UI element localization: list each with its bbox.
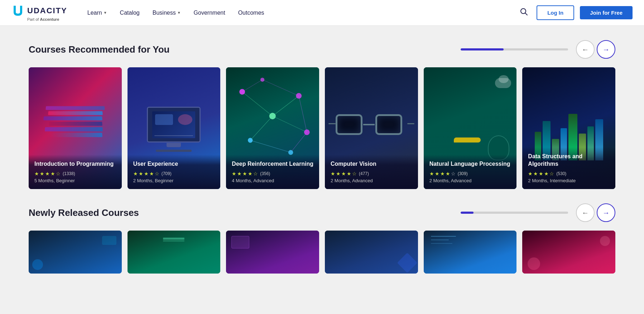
nav-government[interactable]: Government: [188, 7, 231, 19]
logo-subtitle: Part of Accenture: [27, 17, 67, 21]
svg-line-1: [525, 13, 527, 15]
star-1: ★: [34, 171, 39, 177]
glasses-visual: [336, 114, 407, 135]
star-2: ★: [40, 171, 44, 177]
new-carousel-prev-button[interactable]: ←: [576, 203, 595, 222]
nav-business[interactable]: Business ▼: [147, 7, 187, 19]
card-title: Natural Language Processing: [429, 160, 511, 168]
course-card-nlp[interactable]: Natural Language Processing ★ ★ ★ ★ ☆ (3…: [424, 67, 517, 189]
rating-count: (1338): [63, 171, 75, 176]
udacity-logo-icon: [11, 4, 24, 17]
course-card-computer-vision[interactable]: Computer Vision ★ ★ ★ ★ ☆ (477) 2 Months…: [325, 67, 418, 189]
card-overlay: Natural Language Processing ★ ★ ★ ★ ☆ (3…: [424, 155, 517, 189]
card-overlay: Computer Vision ★ ★ ★ ★ ☆ (477) 2 Months…: [325, 155, 418, 189]
course-card-intro-programming[interactable]: Introduction to Programming ★ ★ ★ ★ ☆ (1…: [29, 67, 122, 189]
svg-line-4: [299, 96, 307, 132]
carousel-prev-button[interactable]: ←: [576, 40, 595, 59]
star-3: ★: [45, 171, 50, 177]
nav-learn[interactable]: Learn ▼: [82, 7, 113, 19]
svg-line-8: [273, 116, 307, 132]
main-content: Courses Recommended for You ← →: [0, 26, 644, 302]
card-overlay: Introduction to Programming ★ ★ ★ ★ ☆ (1…: [29, 155, 122, 189]
card-stars: ★ ★ ★ ★ ☆ (356): [232, 171, 313, 177]
svg-point-14: [288, 150, 293, 155]
course-card-ux[interactable]: User Experience ★ ★ ★ ★ ☆ (709) 2 Months…: [128, 67, 221, 189]
programming-layers-visual: [43, 106, 107, 137]
svg-line-17: [263, 80, 299, 96]
star-4: ★: [51, 171, 55, 177]
svg-line-3: [273, 96, 299, 116]
svg-point-12: [248, 138, 253, 143]
card-title: Computer Vision: [331, 160, 412, 168]
new-course-card-4[interactable]: [325, 231, 418, 274]
new-carousel-next-button[interactable]: →: [597, 203, 615, 222]
newly-released-section: Newly Released Courses ← →: [29, 203, 615, 274]
recommended-title: Courses Recommended for You: [29, 44, 461, 55]
card-title: User Experience: [133, 160, 215, 168]
newly-released-header: Newly Released Courses ← →: [29, 203, 615, 222]
recommended-progress: [461, 48, 568, 50]
card-stars: ★ ★ ★ ★ ☆ (530): [528, 171, 610, 177]
card-title: Deep Reinforcement Learning: [232, 160, 313, 168]
star-half: ☆: [56, 171, 61, 177]
courses-grid: Introduction to Programming ★ ★ ★ ★ ☆ (1…: [29, 67, 615, 189]
card-overlay: User Experience ★ ★ ★ ★ ☆ (709) 2 Months…: [128, 155, 221, 189]
card-overlay: Deep Reinforcement Learning ★ ★ ★ ★ ☆ (3…: [226, 155, 319, 189]
carousel-next-button[interactable]: →: [597, 40, 615, 59]
card-stars: ★ ★ ★ ★ ☆ (477): [331, 171, 412, 177]
newly-released-title: Newly Released Courses: [29, 207, 461, 218]
svg-line-16: [242, 80, 262, 92]
new-course-card-6[interactable]: [522, 231, 615, 274]
nav-links: Learn ▼ Catalog Business ▼ Government Ou…: [82, 7, 517, 19]
svg-point-10: [269, 113, 276, 119]
card-stars: ★ ★ ★ ★ ☆ (709): [133, 171, 215, 177]
new-course-card-2[interactable]: [128, 231, 221, 274]
progress-track: [461, 48, 568, 50]
navbar: UDACITY Part of Accenture Learn ▼ Catalo…: [0, 0, 644, 26]
card-stars: ★ ★ ★ ★ ☆ (1338): [34, 171, 116, 177]
join-button[interactable]: Join for Free: [580, 6, 633, 19]
svg-point-9: [240, 89, 245, 95]
card-meta: 5 Months, Beginner: [34, 178, 116, 183]
svg-point-13: [304, 129, 310, 135]
svg-line-6: [250, 140, 291, 153]
login-button[interactable]: Log In: [537, 5, 574, 20]
recommended-section: Courses Recommended for You ← →: [29, 40, 615, 189]
search-icon: [520, 8, 528, 16]
svg-line-5: [250, 116, 273, 140]
logo-text: UDACITY: [27, 6, 67, 15]
new-course-card-5[interactable]: [424, 231, 517, 274]
logo-area[interactable]: UDACITY Part of Accenture: [11, 4, 67, 21]
newly-released-progress: [461, 212, 568, 214]
search-button[interactable]: [517, 5, 531, 21]
new-course-card-1[interactable]: [29, 231, 122, 274]
learn-chevron-icon: ▼: [104, 11, 107, 15]
course-card-deep-rl[interactable]: Deep Reinforcement Learning ★ ★ ★ ★ ☆ (3…: [226, 67, 319, 189]
recommended-header: Courses Recommended for You ← →: [29, 40, 615, 59]
progress-track: [461, 212, 568, 214]
card-title: Data Structures and Algorithms: [528, 153, 610, 168]
nav-outcomes[interactable]: Outcomes: [232, 7, 270, 19]
new-course-card-3[interactable]: [226, 231, 319, 274]
svg-line-7: [291, 132, 307, 152]
card-overlay: Data Structures and Algorithms ★ ★ ★ ★ ☆…: [522, 147, 615, 189]
progress-fill: [461, 212, 474, 214]
ux-monitor-visual: [147, 107, 201, 142]
svg-line-2: [242, 92, 273, 116]
nav-actions: Log In Join for Free: [517, 5, 633, 21]
card-stars: ★ ★ ★ ★ ☆ (309): [429, 171, 511, 177]
course-card-data-structures[interactable]: Data Structures and Algorithms ★ ★ ★ ★ ☆…: [522, 67, 615, 189]
progress-fill: [461, 48, 504, 50]
nav-catalog[interactable]: Catalog: [114, 7, 145, 19]
new-courses-grid: [29, 231, 615, 274]
card-title: Introduction to Programming: [34, 160, 116, 168]
business-chevron-icon: ▼: [177, 11, 181, 15]
